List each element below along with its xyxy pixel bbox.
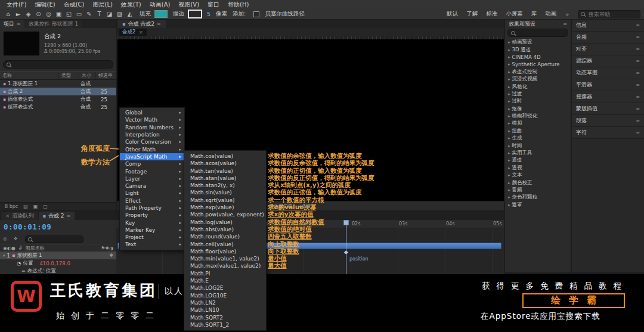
dock-panel-tab[interactable]: 字符 ≡ — [572, 127, 644, 139]
math-function-item[interactable]: Math.floor(value) — [184, 248, 266, 255]
effect-category[interactable]: ▸ 抠像 — [505, 106, 571, 113]
project-row[interactable]: ▪ 1.形状图层 1 合成 — [0, 80, 116, 88]
math-function-item[interactable]: Math.min(value1, value2) — [184, 255, 266, 262]
close-icon[interactable]: × — [5, 213, 10, 219]
twirl-icon[interactable]: ▸ — [508, 85, 510, 89]
workspace-button[interactable]: 库 — [528, 10, 541, 18]
project-row[interactable]: ▪ 合成 2 合成 25 — [0, 88, 116, 95]
effect-category[interactable]: ▸ 实用工具 — [505, 150, 571, 157]
layer-row[interactable]: ▾ 1 ▪ 形状图层 1 ✱ — [0, 252, 116, 259]
expression-menu-item[interactable]: Global ▸ — [120, 109, 184, 116]
comp-mini-tab[interactable]: 合成2 × — [119, 29, 147, 36]
panel-menu-icon[interactable]: ≡ — [157, 21, 161, 27]
project-row[interactable]: ▪ 插值表达式 合成 25 — [0, 95, 116, 103]
effect-category[interactable]: ▸ 扭曲 — [505, 128, 571, 135]
effect-category[interactable]: ▸ 颜色校正 — [505, 179, 571, 186]
effect-category[interactable]: ▸ CINEMA 4D — [505, 54, 571, 61]
expression-menu-item[interactable]: Property ▸ — [120, 212, 184, 219]
project-row[interactable]: ▪ 循环表达式 合成 25 — [0, 103, 116, 111]
layer-name-header[interactable]: 图层名称 — [26, 245, 98, 252]
panel-menu-icon[interactable]: ≡ — [636, 35, 640, 40]
tab-project[interactable]: 项目≡ — [0, 20, 24, 28]
math-function-item[interactable]: Math.ceil(value) — [184, 241, 266, 248]
stroke-color-swatch[interactable] — [188, 10, 202, 18]
delete-icon[interactable]: ▢ — [43, 204, 48, 209]
dock-panel-tab[interactable]: 对齐 ≡ — [572, 44, 644, 55]
twirl-icon[interactable]: ▸ — [508, 114, 510, 119]
stroke-label[interactable]: 描边 — [173, 10, 184, 18]
twirl-icon[interactable]: ▸ — [508, 203, 510, 207]
expression-menu-item[interactable]: Other Math ▸ — [120, 145, 184, 153]
clone-stamp-tool-icon[interactable]: ▨ — [115, 11, 124, 17]
workspace-button[interactable]: 小屏幕 — [502, 10, 527, 18]
twirl-icon[interactable]: ▸ — [508, 70, 510, 75]
twirl-icon[interactable]: ▸ — [508, 92, 510, 97]
tab-composition[interactable]: ▪ 合成 合成2 ≡ — [117, 20, 166, 28]
math-function-item[interactable]: Math.log(value) — [184, 219, 266, 226]
math-function-item[interactable]: Math.LN2 — [184, 299, 266, 306]
hand-tool-icon[interactable]: ◈ — [24, 11, 33, 17]
math-function-item[interactable]: Math.cos(value) — [184, 153, 266, 160]
math-function-item[interactable]: Math.max(value1, value2) — [184, 262, 266, 269]
workspace-button[interactable]: 默认 — [443, 10, 462, 18]
twirl-icon[interactable]: ▸ — [508, 188, 510, 193]
twirl-icon[interactable]: ▸ — [508, 48, 510, 52]
effect-category[interactable]: ▸ 3D 通道 — [505, 46, 571, 53]
comp-thumbnail[interactable] — [4, 32, 39, 55]
zoom-tool-icon[interactable]: ⊙ — [34, 11, 43, 17]
pan-behind-tool-icon[interactable]: ◱ — [64, 11, 73, 17]
twirl-icon[interactable]: ▾ — [3, 253, 5, 258]
twirl-icon[interactable]: ▸ — [508, 107, 510, 111]
menubar-item[interactable]: 效果(T) — [117, 0, 145, 9]
workspace-button[interactable]: 了解 — [463, 10, 481, 18]
workspace-button[interactable]: 动画 — [541, 10, 560, 18]
layer-name[interactable]: 形状图层 1 — [17, 252, 42, 259]
brush-tool-icon[interactable]: ◪ — [105, 11, 114, 17]
workspace-overflow-button[interactable]: » — [562, 10, 572, 18]
effect-category[interactable]: ▸ 风格化 — [505, 83, 571, 90]
column-header[interactable]: 帧速率 — [96, 72, 116, 79]
expression-menu-item[interactable]: JavaScript Math ▸ — [120, 153, 184, 160]
column-header[interactable]: 类型 — [59, 72, 79, 79]
twirl-icon[interactable]: ▸ — [508, 99, 510, 104]
expression-menu-item[interactable]: Vector Math ▸ — [120, 116, 184, 123]
menubar-item[interactable]: 文件(F) — [2, 0, 31, 9]
menubar-item[interactable]: 图层(L) — [88, 0, 116, 9]
dock-panel-tab[interactable]: 平滑器 ≡ — [572, 79, 644, 91]
column-header[interactable]: 名称 — [0, 72, 59, 79]
workspace-button[interactable]: 标准 — [482, 10, 501, 18]
math-function-item[interactable]: Math.sin(value) — [184, 189, 266, 196]
effect-category[interactable]: ▸ 文本 — [505, 172, 571, 179]
expression-equals-icon[interactable]: = — [21, 268, 26, 274]
expression-menu-item[interactable]: Camera ▸ — [120, 182, 184, 190]
pen-tool-icon[interactable]: ✎ — [85, 11, 94, 17]
dock-panel-tab[interactable]: 蒙版插值 ≡ — [572, 103, 644, 115]
shape-tool-icon[interactable]: ▭ — [75, 11, 83, 17]
dock-panel-tab[interactable]: 信息 ≡ — [572, 20, 644, 32]
expression-menu-item[interactable]: Marker Key ▸ — [120, 226, 184, 234]
twirl-icon[interactable]: ▸ — [508, 151, 510, 156]
math-function-item[interactable]: Math.atan(value) — [184, 175, 266, 182]
timeline-search[interactable] — [25, 235, 83, 243]
expression-menu-item[interactable]: Path Property ▸ — [120, 204, 184, 212]
effect-category[interactable]: ▸ 模拟 — [505, 120, 571, 127]
panel-menu-icon[interactable]: ≡ — [636, 46, 640, 52]
twirl-icon[interactable]: ▸ — [508, 129, 510, 134]
twirl-icon[interactable]: ▸ — [508, 195, 510, 200]
math-function-item[interactable]: Math.PI — [184, 270, 266, 277]
eraser-tool-icon[interactable]: ◭ — [125, 11, 134, 17]
math-function-item[interactable]: Math.sqrt(value) — [184, 197, 266, 204]
twirl-icon[interactable]: ▸ — [508, 40, 510, 45]
math-function-item[interactable]: Math.LN10 — [184, 306, 266, 314]
effect-category[interactable]: ▸ 生成 — [505, 135, 571, 142]
menubar-item[interactable]: 动画(A) — [145, 0, 175, 9]
new-comp-icon[interactable]: ▣ — [33, 204, 38, 209]
expression-menu-item[interactable]: Comp ▸ — [120, 160, 184, 167]
dock-panel-tab[interactable]: 摇摆器 ≡ — [572, 91, 644, 103]
expression-menu-item[interactable]: Random Numbers ▸ — [120, 124, 184, 131]
expression-menu-item[interactable]: Interpolation ▸ — [120, 131, 184, 138]
menubar-item[interactable]: 编辑(E) — [31, 0, 60, 9]
dock-panel-tab[interactable]: 跟踪器 ≡ — [572, 55, 644, 67]
effect-category[interactable]: ▸ 通道 — [505, 157, 571, 164]
dock-panel-tab[interactable]: 段落 ≡ — [572, 115, 644, 127]
